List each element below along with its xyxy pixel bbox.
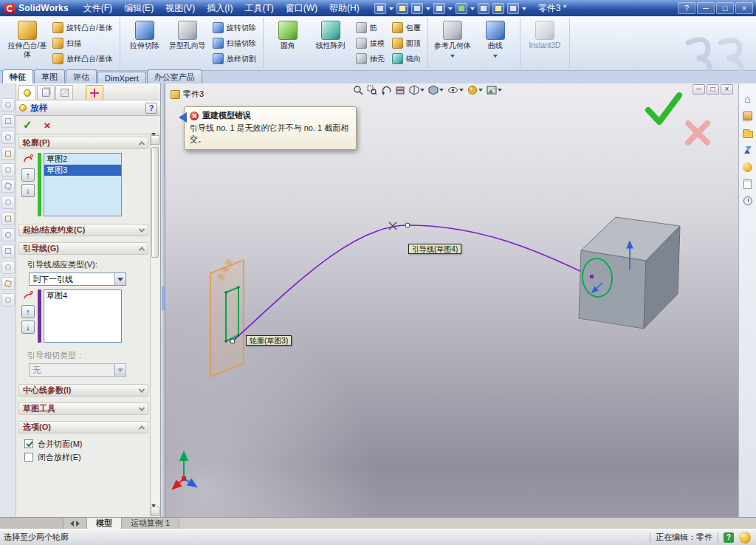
scroll-down-button[interactable] [151,507,159,516]
chevron-down-icon[interactable] [420,89,425,94]
feature-tree-flyout[interactable]: 零件3 [171,89,204,100]
ribbon-extrude-boss-button[interactable]: 拉伸凸台/基体 [7,18,48,68]
scrollbar-thumb[interactable] [151,147,159,258]
profiles-list[interactable]: 草图2 草图3 [44,153,122,216]
chevron-down-icon[interactable] [470,7,475,13]
display-style-button[interactable] [427,84,445,96]
profiles-section-header[interactable]: 轮廓(P) [18,137,148,149]
left-toolbar-button[interactable] [1,114,15,128]
zoom-fit-button[interactable] [351,84,365,96]
guide-influence-select[interactable]: 到下一引线 [29,272,126,286]
help-button[interactable]: ? [678,2,695,14]
ribbon-hole-wizard-button[interactable]: 异型孔向导 [167,18,208,68]
menu-edit[interactable]: 编辑(E) [118,0,159,17]
guides-list[interactable]: 草图4 [44,289,122,343]
merge-faces-checkbox[interactable]: 合并切面(M) [21,437,148,450]
left-toolbar-button[interactable] [1,196,15,209]
model-cube[interactable] [579,217,680,329]
tab-property-manager[interactable] [18,85,36,100]
chevron-down-icon[interactable] [478,89,483,94]
chevron-down-icon[interactable] [459,89,464,94]
tab-display-manager[interactable] [86,85,103,100]
edit-appearance-button[interactable] [466,84,484,96]
move-guide-down-button[interactable]: ↓ [21,321,35,334]
list-item[interactable]: 草图2 [44,154,121,165]
scroll-right-icon[interactable] [76,521,83,527]
panel-help-button[interactable]: ? [145,103,157,114]
tab-dimxpert[interactable]: DimXpert [97,72,146,83]
guide-curve[interactable] [233,225,592,341]
confirm-ok-icon[interactable] [648,95,679,122]
profile-callout[interactable]: 轮廓(草图3) [246,335,292,346]
close-button[interactable]: × [735,2,753,14]
view-orientation-button[interactable] [408,84,426,96]
guide-point-marker[interactable] [405,223,410,227]
select-icon[interactable] [478,3,489,14]
open-document-icon[interactable] [396,3,408,14]
ribbon-dome-button[interactable]: 圆顶 [389,36,424,51]
panel-scrollbar[interactable] [150,135,159,516]
rebuild-icon[interactable] [492,3,504,14]
menu-help[interactable]: 帮助(H) [323,0,365,17]
menu-insert[interactable]: 插入(I) [201,0,238,17]
ribbon-instant3d-button[interactable]: Instant3D [524,18,566,68]
menu-window[interactable]: 窗口(W) [280,0,323,17]
ribbon-extrude-cut-button[interactable]: 拉伸切除 [124,18,165,68]
maximize-button[interactable]: □ [716,2,734,14]
left-toolbar-button[interactable] [1,293,15,306]
tab-motion-study[interactable]: 运动算例 1 [122,518,179,529]
ribbon-curves-button[interactable]: 曲线 [475,18,516,68]
ribbon-fillet-button[interactable]: 圆角 [267,18,309,68]
left-toolbar-button[interactable] [1,228,15,241]
profile-point-marker[interactable] [230,339,235,343]
guide-curve-callout[interactable]: 引导线(草图4) [408,244,461,254]
ribbon-shell-button[interactable]: 抽壳 [353,52,388,66]
ribbon-loft-cut-button[interactable]: 放样切割 [210,52,259,66]
section-view-button[interactable] [394,84,407,96]
ribbon-wrap-button[interactable]: 包覆 [389,21,424,35]
chevron-down-icon[interactable] [522,7,526,13]
left-toolbar-button[interactable] [1,244,15,258]
ribbon-mirror-button[interactable]: 镜向 [389,52,424,66]
menu-view[interactable]: 视图(V) [159,0,201,17]
left-toolbar-button[interactable] [1,212,15,225]
move-profile-up-button[interactable]: ↑ [21,168,35,182]
centerline-section-header[interactable]: 中心线参数(I) [18,384,148,397]
tab-configuration-manager[interactable] [37,85,55,100]
cancel-button[interactable]: × [44,119,51,131]
guides-section-header[interactable]: 引导线(G) [18,242,148,255]
tab-features[interactable]: 特征 [2,69,33,83]
appearances-button[interactable] [740,160,755,174]
scroll-up-button[interactable] [151,135,159,145]
view-palette-button[interactable] [740,143,755,157]
save-icon[interactable] [411,3,423,14]
ribbon-sweep-cut-button[interactable]: 扫描切除 [210,36,259,51]
move-guide-up-button[interactable]: ↑ [21,305,35,318]
undo-icon[interactable] [456,3,467,14]
chevron-down-icon[interactable] [114,273,126,285]
sketch-tools-section-header[interactable]: 草图工具 [18,402,148,415]
scroll-left-icon[interactable] [67,521,74,527]
file-explorer-button[interactable] [740,126,755,140]
splitter-grip[interactable] [162,286,165,311]
resources-home-button[interactable]: ⌂ [740,92,755,106]
options-section-header[interactable]: 选项(O) [18,421,148,433]
ribbon-draft-button[interactable]: 拔模 [353,36,388,51]
left-toolbar-button[interactable] [1,98,15,112]
graphics-area[interactable]: 基准面 [165,83,738,517]
tab-scroll-arrows[interactable] [63,518,87,529]
close-loft-checkbox[interactable]: 闭合放样(E) [21,450,148,464]
move-profile-down-button[interactable]: ↓ [21,184,35,197]
guide-tangency-select[interactable]: 无 [29,363,126,377]
chevron-down-icon[interactable] [426,7,430,13]
menu-file[interactable]: 文件(F) [78,0,118,17]
chevron-down-icon[interactable] [448,7,453,13]
chevron-down-icon[interactable] [389,7,394,13]
tab-office-products[interactable]: 办公室产品 [147,69,202,83]
left-toolbar-button[interactable] [1,163,15,176]
recent-documents-button[interactable] [740,193,755,208]
ribbon-revolve-boss-button[interactable]: 旋转凸台/基体 [49,21,116,35]
new-document-icon[interactable] [374,3,386,14]
quick-tips-button[interactable]: ? [724,532,734,543]
print-icon[interactable] [433,3,445,14]
